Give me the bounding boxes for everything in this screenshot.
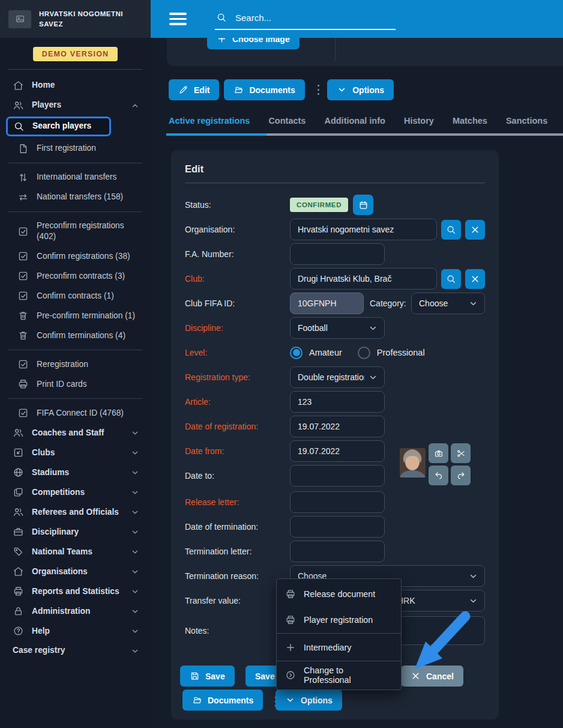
sidebar-item-pre-confirm-termination-1[interactable]: Pre-confirm termination (1) bbox=[0, 306, 151, 326]
date-from-input[interactable] bbox=[290, 440, 385, 462]
termination-reason-label: Termination reason: bbox=[185, 571, 290, 581]
sidebar-item-preconfirm-registrations-402[interactable]: Preconfirm registrations (402) bbox=[0, 216, 151, 246]
menu-item-intermediary[interactable]: Intermediary bbox=[277, 634, 401, 660]
sidebar-header: HRVATSKI NOGOMETNI SAVEZ bbox=[0, 0, 151, 38]
release-letter-input[interactable] bbox=[290, 491, 385, 513]
sidebar-item-coaches-and-staff[interactable]: Coaches and Staff bbox=[0, 423, 151, 443]
sidebar-item-confirm-terminations-4[interactable]: Confirm terminations (4) bbox=[0, 326, 151, 345]
organisation-input[interactable] bbox=[290, 219, 437, 240]
sidebar-item-print-id-cards[interactable]: Print ID cards bbox=[0, 374, 151, 394]
sidebar-divider bbox=[8, 211, 142, 212]
termination-letter-row: Termination letter: bbox=[185, 541, 485, 562]
organisation-clear-button[interactable] bbox=[465, 220, 485, 240]
sidebar-item-national-teams[interactable]: National Teams bbox=[0, 542, 151, 562]
sidebar-item-reports-and-statistics[interactable]: Reports and Statistics bbox=[0, 581, 151, 601]
transfer-currency-select[interactable]: HRK bbox=[390, 590, 485, 611]
date-of-registration-label: Date of registration: bbox=[185, 422, 290, 431]
sidebar-item-first-registration[interactable]: First registration bbox=[0, 139, 151, 159]
menu-item-player-registration[interactable]: Player registration bbox=[277, 607, 401, 632]
tab-contacts[interactable]: Contacts bbox=[268, 116, 306, 133]
printer-icon bbox=[285, 614, 296, 625]
sidebar-item-administration[interactable]: Administration bbox=[0, 601, 151, 621]
sidebar-item-confirm-registrations-38[interactable]: Confirm registrations (38) bbox=[0, 246, 151, 266]
chevron-down-icon bbox=[368, 372, 378, 383]
date-of-registration-input[interactable] bbox=[290, 416, 385, 437]
tab-history[interactable]: History bbox=[404, 116, 434, 133]
club-clear-button[interactable] bbox=[465, 269, 485, 289]
sidebar-item-label: Print ID cards bbox=[37, 379, 145, 390]
cancel-button[interactable]: Cancel bbox=[401, 666, 463, 687]
sidebar-item-label: Case registry bbox=[13, 645, 122, 656]
sidebar-item-players[interactable]: Players bbox=[0, 96, 151, 115]
documents-button[interactable]: Documents bbox=[224, 79, 304, 100]
sidebar-item-competitions[interactable]: Competitions bbox=[0, 482, 151, 502]
edit-button[interactable]: Edit bbox=[169, 79, 219, 100]
documents-button[interactable]: Documents bbox=[182, 690, 263, 711]
tab-active-registrations[interactable]: Active registrations bbox=[169, 116, 250, 133]
card-divider bbox=[335, 38, 336, 61]
fa-number-input[interactable] bbox=[290, 243, 385, 265]
menu-item-change-to-professional[interactable]: Change to Professional bbox=[277, 662, 401, 688]
tab-matches[interactable]: Matches bbox=[453, 116, 487, 133]
sidebar-item-organisations[interactable]: Organisations bbox=[0, 562, 151, 581]
save-button[interactable]: Save bbox=[180, 666, 235, 687]
options-button[interactable]: Options bbox=[327, 79, 394, 100]
tab-sanctions[interactable]: Sanctions bbox=[506, 116, 547, 133]
photo-rotate-right-button[interactable] bbox=[451, 466, 471, 485]
sidebar-item-national-transfers-158[interactable]: National transfers (158) bbox=[0, 187, 151, 207]
printer-icon bbox=[13, 586, 24, 597]
club-input[interactable] bbox=[290, 268, 437, 290]
sidebar-item-home[interactable]: Home bbox=[0, 76, 151, 96]
sidebar-item-stadiums[interactable]: Stadiums bbox=[0, 463, 151, 482]
sidebar-item-fifa-connect-id-4768[interactable]: FIFA Connect ID (4768) bbox=[0, 403, 151, 423]
menu-item-release-document[interactable]: Release document bbox=[277, 581, 401, 607]
sidebar-item-label: Reregistration bbox=[37, 359, 145, 370]
category-select[interactable]: Choose bbox=[411, 293, 485, 314]
close-icon bbox=[470, 225, 480, 235]
sidebar-item-label: International transfers bbox=[37, 172, 145, 183]
context-menu-item-label: Intermediary bbox=[304, 643, 351, 652]
search-icon bbox=[216, 12, 227, 23]
sidebar-item-help[interactable]: Help bbox=[0, 621, 151, 641]
status-history-button[interactable] bbox=[353, 195, 373, 215]
date-to-input[interactable] bbox=[290, 465, 385, 487]
level-radio-professional[interactable] bbox=[358, 347, 370, 359]
panel-actions-secondary: Documents Options bbox=[171, 690, 499, 711]
sidebar-item-case-registry[interactable]: Case registry bbox=[0, 641, 151, 660]
hamburger-menu-icon[interactable] bbox=[169, 13, 187, 25]
status-badge: CONFIRMED bbox=[290, 198, 348, 212]
sidebar-item-confirm-contracts-1[interactable]: Confirm contracts (1) bbox=[0, 286, 151, 306]
sidebar-item-international-transfers[interactable]: International transfers bbox=[0, 168, 151, 187]
sidebar-item-label: Clubs bbox=[32, 447, 122, 458]
tab-additional-info[interactable]: Additional info bbox=[324, 116, 385, 133]
photo-crop-button[interactable] bbox=[451, 443, 471, 463]
options-context-menu: Release document Player registration Int… bbox=[276, 578, 402, 690]
sidebar-item-label: Confirm registrations (38) bbox=[37, 251, 145, 262]
sidebar-item-label: Referees and Officials bbox=[32, 507, 122, 518]
discipline-select[interactable]: Football bbox=[290, 317, 385, 339]
photo-capture-button[interactable] bbox=[429, 443, 448, 463]
sidebar-item-search-players[interactable]: Search players bbox=[6, 117, 111, 136]
level-radio-amateur[interactable] bbox=[290, 347, 303, 359]
termination-letter-input[interactable] bbox=[290, 541, 385, 562]
chevron-down-icon bbox=[130, 468, 140, 478]
panel-title: Edit bbox=[185, 163, 485, 175]
registration-type-select[interactable]: Double registration bbox=[290, 366, 385, 388]
options-button[interactable]: Options bbox=[275, 690, 342, 711]
record-toolbar: Edit Documents Options bbox=[169, 79, 399, 100]
level-label: Level: bbox=[185, 348, 290, 357]
sidebar-item-reregistration[interactable]: Reregistration bbox=[0, 354, 151, 374]
search-input[interactable] bbox=[234, 12, 394, 23]
sidebar-divider bbox=[8, 398, 142, 399]
club-search-button[interactable] bbox=[441, 269, 461, 289]
chevron-down-icon bbox=[130, 626, 140, 636]
date-of-termination-input[interactable] bbox=[290, 516, 385, 538]
sidebar-item-disciplinary[interactable]: Disciplinary bbox=[0, 522, 151, 542]
sidebar-item-clubs[interactable]: Clubs bbox=[0, 443, 151, 463]
photo-rotate-left-button[interactable] bbox=[429, 466, 448, 485]
club-fifa-id-input bbox=[290, 293, 364, 314]
sidebar-item-referees-and-officials[interactable]: Referees and Officials bbox=[0, 502, 151, 522]
organisation-search-button[interactable] bbox=[441, 220, 461, 240]
sidebar-item-preconfirm-contracts-3[interactable]: Preconfirm contracts (3) bbox=[0, 266, 151, 286]
article-input[interactable] bbox=[290, 391, 385, 413]
